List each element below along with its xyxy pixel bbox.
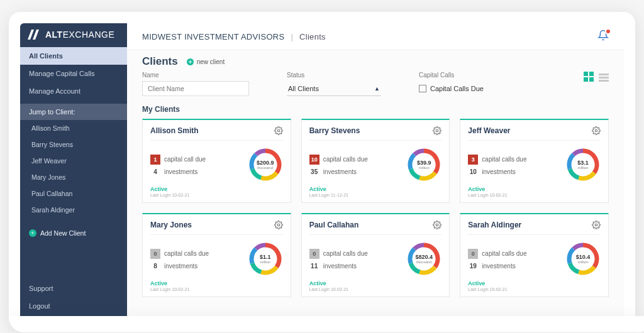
portfolio-unit: thousand	[416, 260, 432, 264]
portfolio-unit: million	[577, 166, 588, 170]
brand-bold: ALT	[45, 30, 63, 40]
client-status: Active	[468, 280, 485, 287]
capital-calls-text: capital calls due	[482, 250, 526, 257]
last-login: Last Login 10-02-21	[150, 287, 283, 292]
svg-point-5	[595, 224, 597, 226]
investments-count: 4	[150, 168, 160, 175]
plus-circle-icon	[187, 58, 194, 65]
nav-manage-account[interactable]: Manage Account	[20, 82, 127, 100]
section-label: My Clients	[142, 105, 609, 114]
client-card[interactable]: Paul Callahan 0capital calls due 11inves…	[301, 213, 450, 297]
capital-calls-badge: 10	[309, 155, 319, 165]
gear-icon[interactable]	[592, 221, 601, 229]
filters-row: Name Status All Clients ▲ Capital Calls …	[142, 72, 609, 96]
portfolio-amount: $3.1	[577, 160, 589, 166]
capital-calls-text: capital calls due	[323, 250, 368, 257]
jump-to-client-header: Jump to Client:	[20, 104, 127, 120]
add-client-label: Add New Client	[40, 229, 86, 237]
breadcrumb: MIDWEST INVESTMENT ADVISORS | Clients	[142, 32, 326, 41]
nav-support[interactable]: Support	[20, 280, 127, 297]
capital-calls-badge: 0	[309, 249, 319, 259]
capital-calls-text: capital calls due	[164, 250, 209, 257]
client-card[interactable]: Jeff Weaver 3capital calls due 10investm…	[460, 119, 609, 203]
gear-icon[interactable]	[433, 126, 441, 135]
add-new-client-button[interactable]: + Add New Client	[20, 223, 127, 243]
gear-icon[interactable]	[433, 221, 441, 229]
portfolio-amount: $1.1	[260, 254, 271, 260]
notification-badge	[605, 28, 611, 35]
client-name: Mary Jones	[150, 221, 192, 229]
grid-view-button[interactable]	[584, 72, 594, 82]
client-status: Active	[309, 186, 326, 192]
portfolio-donut: $10.4million	[565, 241, 601, 276]
nav-manage-capital-calls[interactable]: Manage Capital Calls	[20, 65, 127, 82]
client-card[interactable]: Mary Jones 0capital calls due 8investmen…	[142, 213, 291, 297]
portfolio-amount: $200.9	[257, 160, 274, 166]
capital-calls-text: capital calls due	[323, 156, 368, 163]
client-name: Barry Stevens	[309, 126, 360, 135]
investments-text: investments	[323, 168, 357, 175]
client-cards-grid: Allison Smith 1capital call due 4investm…	[142, 119, 609, 297]
checkbox-label: Capital Calls Due	[430, 85, 484, 92]
status-select[interactable]: All Clients ▲	[287, 81, 381, 96]
brand-light: EXCHANGE	[63, 30, 115, 40]
notifications-button[interactable]	[597, 30, 609, 43]
svg-point-1	[436, 129, 439, 132]
portfolio-amount: $39.9	[417, 160, 431, 166]
investments-text: investments	[164, 168, 197, 175]
client-status: Active	[150, 280, 167, 287]
gear-icon[interactable]	[592, 126, 601, 135]
capital-calls-badge: 0	[468, 249, 478, 259]
client-name: Paul Callahan	[309, 221, 359, 229]
page-title: Clients	[142, 55, 178, 68]
sidebar-client-link[interactable]: Allison Smith	[20, 120, 127, 136]
sidebar: ALTEXCHANGE All Clients Manage Capital C…	[20, 23, 127, 321]
nav-logout[interactable]: Logout	[20, 297, 127, 315]
investments-count: 19	[468, 263, 478, 270]
last-login: Last Login 10-02-21	[309, 287, 442, 292]
portfolio-unit: million	[577, 260, 588, 264]
sidebar-client-link[interactable]: Barry Stevens	[20, 136, 127, 153]
portfolio-unit: million	[419, 166, 430, 170]
client-status: Active	[309, 280, 326, 287]
portfolio-unit: thousand	[257, 166, 273, 170]
portfolio-amount: $10.4	[576, 254, 591, 260]
gear-icon[interactable]	[274, 126, 283, 135]
last-login: Last Login 10-02-21	[468, 287, 601, 292]
client-card[interactable]: Barry Stevens 10capital calls due 35inve…	[301, 119, 450, 203]
client-card[interactable]: Sarah Aldinger 0capital calls due 19inve…	[460, 213, 609, 297]
last-login: Last Login 11-12-21	[309, 193, 442, 197]
portfolio-amount: $820.4	[416, 254, 433, 260]
client-quick-list: Allison Smith Barry Stevens Jeff Weaver …	[20, 120, 127, 218]
new-client-button[interactable]: new client	[187, 58, 225, 65]
client-status: Active	[468, 186, 485, 192]
investments-text: investments	[323, 263, 357, 270]
nav-all-clients[interactable]: All Clients	[20, 47, 127, 65]
svg-point-4	[436, 224, 439, 226]
breadcrumb-page: Clients	[299, 32, 326, 41]
main-content: MIDWEST INVESTMENT ADVISORS | Clients Cl…	[127, 23, 624, 321]
list-view-button[interactable]	[599, 74, 609, 82]
client-status: Active	[150, 186, 167, 192]
portfolio-donut: $39.9million	[406, 147, 441, 182]
portfolio-donut: $820.4thousand	[406, 241, 441, 276]
capital-calls-text: capital call due	[164, 156, 206, 163]
capital-calls-text: capital calls due	[482, 156, 526, 163]
svg-point-2	[595, 129, 597, 132]
logo-icon	[28, 30, 42, 40]
capital-calls-due-checkbox[interactable]: Capital Calls Due	[419, 81, 484, 96]
sidebar-client-link[interactable]: Jeff Weaver	[20, 153, 127, 169]
capital-calls-badge: 3	[468, 155, 478, 165]
chevron-up-icon: ▲	[374, 85, 380, 92]
topbar: MIDWEST INVESTMENT ADVISORS | Clients	[127, 23, 624, 50]
sidebar-client-link[interactable]: Paul Callahan	[20, 185, 127, 202]
client-card[interactable]: Allison Smith 1capital call due 4investm…	[142, 119, 291, 203]
gear-icon[interactable]	[274, 221, 283, 229]
client-name-input[interactable]	[142, 81, 249, 96]
sidebar-client-link[interactable]: Mary Jones	[20, 169, 127, 185]
sidebar-client-link[interactable]: Sarah Aldinger	[20, 202, 127, 218]
portfolio-donut: $200.9thousand	[248, 147, 283, 182]
svg-point-3	[277, 224, 280, 226]
capital-calls-badge: 0	[150, 249, 160, 259]
breadcrumb-company: MIDWEST INVESTMENT ADVISORS	[142, 32, 285, 41]
